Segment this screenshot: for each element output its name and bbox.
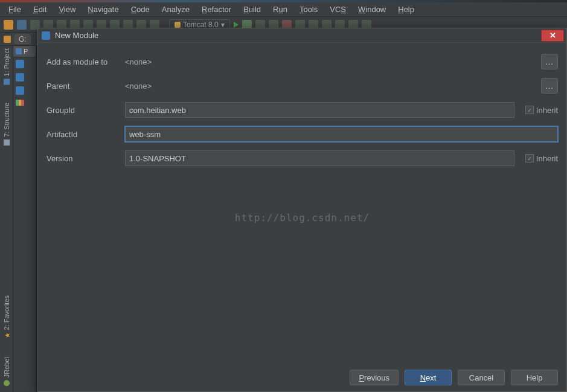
project-item-external[interactable] [13, 97, 36, 108]
dialog-body: Add as module to <none> ... Parent <none… [38, 43, 566, 391]
menu-code[interactable]: Code [126, 4, 155, 15]
left-tool-rail: 1: Project 7: Structure ★ 2: Favorites J… [0, 46, 13, 392]
new-module-dialog: New Module ✕ Add as module to <none> ...… [37, 28, 567, 392]
menu-help[interactable]: Help [393, 4, 419, 15]
project-tab-icon [16, 48, 22, 54]
dialog-footer: Previous Next Cancel Help [350, 370, 558, 385]
menu-navigate[interactable]: Navigate [83, 4, 123, 15]
version-inherit-checkbox[interactable]: ✓ Inherit [525, 154, 558, 163]
menu-file[interactable]: File [4, 4, 26, 15]
artifactid-input[interactable] [125, 126, 558, 142]
menu-vcs[interactable]: VCS [325, 4, 351, 15]
path-root[interactable]: G: [14, 34, 31, 44]
tomcat-icon [175, 22, 181, 28]
open-icon[interactable] [4, 20, 13, 30]
dialog-title: New Module [55, 31, 541, 40]
project-item-module-2[interactable] [13, 71, 36, 84]
parent-browse-button[interactable]: ... [541, 78, 558, 94]
folder-icon [4, 36, 11, 43]
help-button[interactable]: Help [511, 370, 558, 385]
save-icon[interactable] [17, 20, 27, 30]
star-icon: ★ [4, 333, 10, 339]
module-icon [42, 31, 50, 40]
version-input[interactable] [125, 150, 514, 166]
checkbox-icon: ✓ [525, 154, 534, 162]
main-menubar: File Edit View Navigate Code Analyze Ref… [0, 2, 567, 17]
checkbox-icon: ✓ [525, 106, 534, 114]
toolwindow-project[interactable]: 1: Project [3, 48, 10, 85]
watermark-text: http://blog.csdn.net/ [235, 211, 370, 223]
project-tab[interactable]: P [13, 46, 36, 57]
menu-tools[interactable]: Tools [295, 4, 322, 15]
version-label: Version [46, 154, 119, 163]
menu-run[interactable]: Run [268, 4, 292, 15]
cancel-button[interactable]: Cancel [458, 370, 505, 385]
external-libs-icon [16, 100, 24, 106]
project-panel: P [13, 46, 36, 392]
inherit-label: Inherit [536, 106, 558, 115]
artifactid-label: ArtifactId [46, 130, 119, 139]
next-button[interactable]: Next [405, 370, 452, 385]
menu-refactor[interactable]: Refactor [197, 4, 236, 15]
menu-view[interactable]: View [54, 4, 80, 15]
menu-analyze[interactable]: Analyze [157, 4, 194, 15]
toolwindow-jrebel[interactable]: JRebel [3, 357, 10, 386]
module-icon [16, 86, 24, 95]
add-as-module-to-browse-button[interactable]: ... [541, 54, 558, 69]
project-item-module-3[interactable] [13, 84, 36, 97]
close-icon: ✕ [549, 31, 556, 40]
add-as-module-to-value: <none> [125, 57, 535, 66]
project-item-module-1[interactable] [13, 57, 36, 71]
menu-window[interactable]: Window [353, 4, 391, 15]
previous-button[interactable]: Previous [350, 370, 399, 385]
add-as-module-to-label: Add as module to [46, 57, 119, 66]
structure-icon [4, 140, 10, 146]
run-icon[interactable] [234, 22, 239, 28]
jrebel-icon [4, 380, 10, 386]
dialog-titlebar: New Module ✕ [38, 28, 566, 43]
close-button[interactable]: ✕ [541, 30, 564, 42]
menu-edit[interactable]: Edit [28, 4, 51, 15]
module-icon [16, 60, 24, 68]
toolwindow-structure[interactable]: 7: Structure [3, 103, 10, 146]
menu-build[interactable]: Build [239, 4, 266, 15]
groupid-input[interactable] [125, 102, 514, 118]
parent-label: Parent [46, 82, 119, 91]
toolwindow-favorites[interactable]: ★ 2: Favorites [3, 295, 10, 338]
parent-value: <none> [125, 82, 535, 91]
groupid-label: GroupId [46, 106, 119, 115]
groupid-inherit-checkbox[interactable]: ✓ Inherit [525, 106, 558, 115]
inherit-label: Inherit [536, 154, 558, 163]
project-icon [4, 79, 10, 85]
module-icon [16, 73, 24, 82]
